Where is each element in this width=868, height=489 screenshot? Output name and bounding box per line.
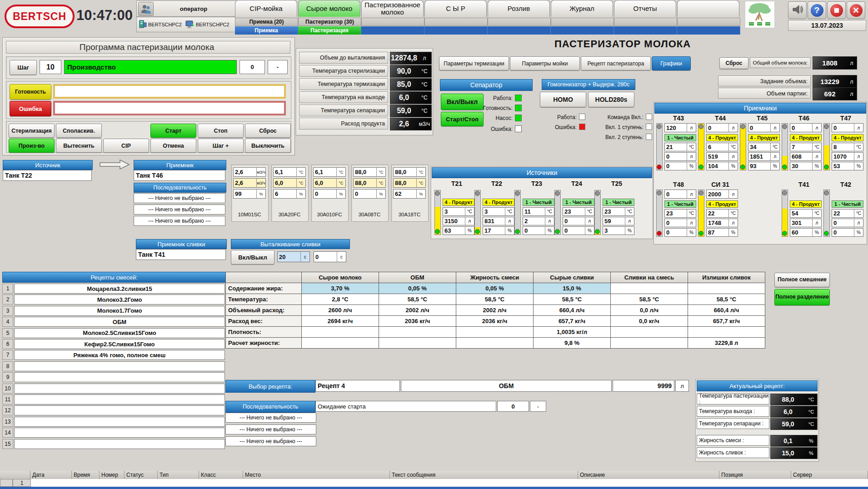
stop-button[interactable] — [827, 1, 846, 19]
routing-seq-row-2[interactable]: --- Ничего не выбрано --- — [134, 216, 225, 226]
homogenizer-check-l0[interactable] — [579, 114, 585, 120]
pasteurizer-button-Графики[interactable]: Графики — [652, 56, 691, 70]
nav-cell-1[interactable]: Пастеризация — [298, 26, 361, 35]
sequence-row-1[interactable]: --- Ничего не выбрано --- — [225, 424, 316, 434]
hold-button[interactable]: HOLD280s — [588, 92, 634, 107]
tank-volume-field[interactable]: 120л — [664, 123, 696, 132]
recipe-item-3[interactable]: Молоко1.7Гомо — [14, 306, 225, 316]
program-button-Произ-во[interactable]: Произ-во — [9, 139, 55, 153]
homogenizer-check-r1[interactable] — [646, 124, 652, 130]
recipe-item-2[interactable]: Молоко3.2Гомо — [14, 294, 225, 304]
operator-icon[interactable] — [138, 2, 154, 16]
recipe-item-8[interactable] — [14, 361, 225, 371]
recipe-item-5[interactable]: Молоко2.5Сливки15Гомо — [14, 328, 225, 338]
tank-temp-value: 54 — [790, 210, 812, 217]
tank-volume-field[interactable]: 2000л — [706, 190, 738, 199]
homogenizer-check-r2[interactable] — [646, 134, 652, 140]
cream-toggle-button[interactable]: Вкл/Выкл — [231, 250, 274, 264]
target-tank-field[interactable]: Танк Т46 — [134, 170, 225, 181]
program-button-Стоп[interactable]: Стоп — [198, 124, 244, 138]
reset-button[interactable]: Сброс — [719, 57, 748, 69]
homogenizer-check-l1[interactable] — [579, 124, 585, 130]
log-column-Номер[interactable]: Номер — [100, 471, 125, 479]
recipe-item-7[interactable]: Ряженка 4% гомо, полное смеш — [14, 350, 225, 360]
recipe-item-1[interactable]: Моцарела3.2сливки15 — [14, 284, 225, 294]
program-button-Выключить[interactable]: Выключить — [245, 139, 291, 153]
recipe-volume-field[interactable]: 9999 — [613, 380, 674, 392]
subtab-1[interactable]: Пастеризатор (30) — [298, 18, 361, 26]
tank-volume-field[interactable]: 0л — [706, 123, 738, 132]
recipe-item-9[interactable] — [14, 372, 225, 382]
program-button-Отмена[interactable]: Отмена — [150, 139, 196, 153]
sound-button[interactable] — [788, 1, 807, 19]
sequence-row-0[interactable]: --- Ничего не выбрано --- — [225, 413, 316, 423]
program-button-Стерилизация[interactable]: Стерилизация — [9, 124, 55, 138]
tab-Журнал[interactable]: Журнал — [551, 0, 613, 17]
tab-Сырое молоко[interactable]: Сырое молоко — [298, 0, 360, 17]
log-row-number[interactable]: 1 — [13, 479, 31, 487]
tank-top-dot — [824, 190, 829, 195]
error-button[interactable]: Ошибка — [10, 101, 51, 116]
recipe-item-11[interactable] — [14, 394, 225, 404]
mix-button-full-separation[interactable]: Полное разделение — [774, 289, 830, 305]
recipe-item-10[interactable] — [14, 384, 225, 394]
log-column-Текст сообщения[interactable]: Текст сообщения — [390, 471, 578, 479]
program-button-Споласкив.[interactable]: Споласкив. — [56, 124, 102, 138]
log-column-Тип[interactable]: Тип — [158, 471, 199, 479]
recipe-item-13[interactable] — [14, 417, 225, 427]
log-column-Класс[interactable]: Класс — [199, 471, 243, 479]
recipe-item-4[interactable]: ОБМ — [14, 317, 225, 327]
tank-volume-field[interactable]: 0л — [664, 190, 696, 199]
recipe-item-12[interactable] — [14, 405, 225, 415]
log-column-Статус[interactable]: Статус — [125, 471, 158, 479]
tank-volume-field[interactable]: 0л — [832, 123, 863, 132]
log-column-Место[interactable]: Место — [243, 471, 390, 479]
mix-button-full-blend[interactable]: Полное смешение — [774, 273, 830, 287]
sequence-row-2[interactable]: --- Ничего не выбрано --- — [225, 436, 316, 446]
log-column-Описание[interactable]: Описание — [578, 471, 719, 479]
recipe-item-6[interactable]: Кефир2.5Сливки15Гомо — [14, 339, 225, 349]
pasteurizer-button-Параметры мойки[interactable]: Параметры мойки — [510, 56, 580, 70]
tank-volume-field[interactable]: 0л — [748, 123, 780, 132]
tab-Отчеты[interactable]: Отчеты — [614, 0, 676, 17]
process-unit-0: л — [418, 55, 431, 61]
program-button-Старт[interactable]: Старт — [150, 124, 196, 138]
recipe-select-field[interactable]: Рецепт 4 — [315, 380, 400, 392]
tank-percent-field: 93% — [748, 162, 780, 170]
log-column-Сервер[interactable]: Сервер — [791, 471, 868, 479]
close-button[interactable]: ✕ — [847, 1, 865, 19]
tab-С Ы Р[interactable]: С Ы Р — [424, 0, 487, 17]
program-button-CIP[interactable]: CIP — [103, 139, 149, 153]
recipe-item-15[interactable] — [14, 439, 225, 449]
recipe-item-14[interactable] — [14, 428, 225, 438]
routing-seq-row-0[interactable]: --- Ничего не выбрано --- — [134, 193, 225, 203]
help-button[interactable]: ? — [808, 1, 826, 19]
source-tank-field[interactable]: Танк Т22 — [3, 170, 92, 181]
nav-cell-7 — [677, 26, 740, 35]
log-column-Позиция[interactable]: Позиция — [719, 471, 791, 479]
homo-button[interactable]: HOMO — [540, 92, 586, 107]
tab-Розлив[interactable]: Розлив — [488, 0, 550, 17]
tab-Пастеризованное молоко[interactable]: Пастеризованное молоко — [361, 0, 424, 17]
program-button-Шаг +[interactable]: Шаг + — [198, 139, 244, 153]
tab-empty[interactable] — [677, 0, 739, 17]
pasteurizer-button-Рецепт пастеризатора[interactable]: Рецепт пастеризатора — [581, 56, 651, 70]
subtab-0[interactable]: Приемка (20) — [235, 18, 298, 26]
routing-seq-row-1[interactable]: --- Ничего не выбрано --- — [134, 205, 225, 215]
ready-button[interactable]: Готовность — [10, 84, 51, 100]
step-button[interactable]: Шаг — [10, 60, 37, 75]
tab-CIP-мойка[interactable]: CIP-мойка — [235, 0, 297, 17]
homogenizer-check-r0[interactable] — [646, 114, 652, 120]
program-button-Сброс[interactable]: Сброс — [245, 124, 291, 138]
cream-time-set[interactable]: 20 с — [277, 251, 310, 262]
tank-volume-field[interactable]: 0л — [790, 123, 822, 132]
log-selected-row[interactable] — [0, 487, 868, 489]
log-row-marker-cell[interactable] — [0, 479, 13, 487]
log-column-Время[interactable]: Время — [72, 471, 100, 479]
pasteurizer-button-Параметры термизации[interactable]: Параметры термизации — [439, 56, 509, 70]
tank-temp-unit: °С — [728, 210, 738, 217]
nav-cell-0[interactable]: Приемка — [235, 26, 298, 35]
log-column-Дата[interactable]: Дата — [30, 471, 72, 479]
program-button-Вытеснить[interactable]: Вытеснить — [56, 139, 102, 153]
cream-receiver-field[interactable]: Танк Т41 — [136, 249, 226, 260]
